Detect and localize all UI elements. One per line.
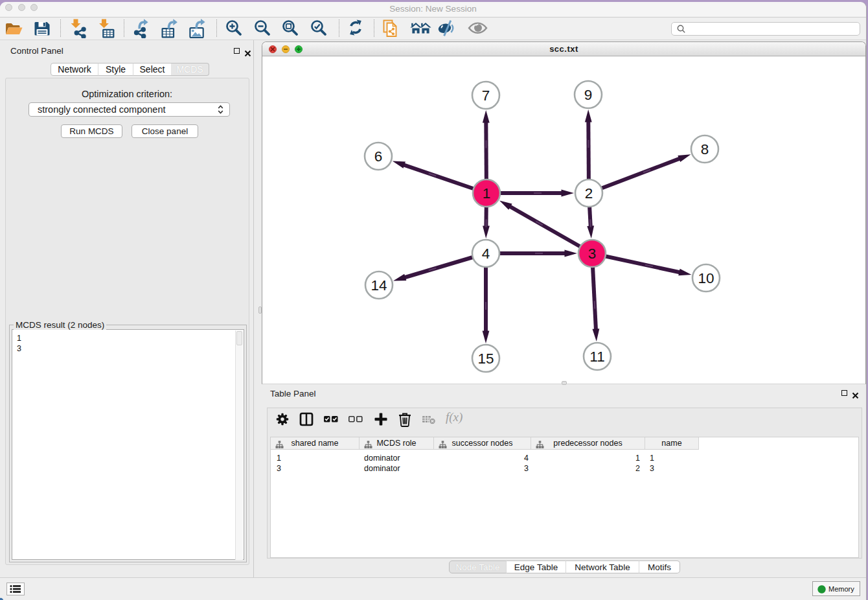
- svg-text:14: 14: [371, 277, 387, 294]
- svg-text:3: 3: [588, 246, 597, 262]
- svg-text:1: 1: [483, 185, 491, 202]
- svg-text:8: 8: [701, 141, 709, 157]
- svg-text:6: 6: [374, 148, 383, 165]
- svg-text:15: 15: [477, 351, 494, 367]
- svg-text:9: 9: [584, 87, 593, 103]
- svg-text:7: 7: [482, 87, 490, 104]
- svg-text:2: 2: [585, 185, 593, 202]
- svg-text:11: 11: [589, 349, 604, 365]
- svg-text:4: 4: [482, 246, 490, 262]
- svg-text:10: 10: [698, 270, 714, 286]
